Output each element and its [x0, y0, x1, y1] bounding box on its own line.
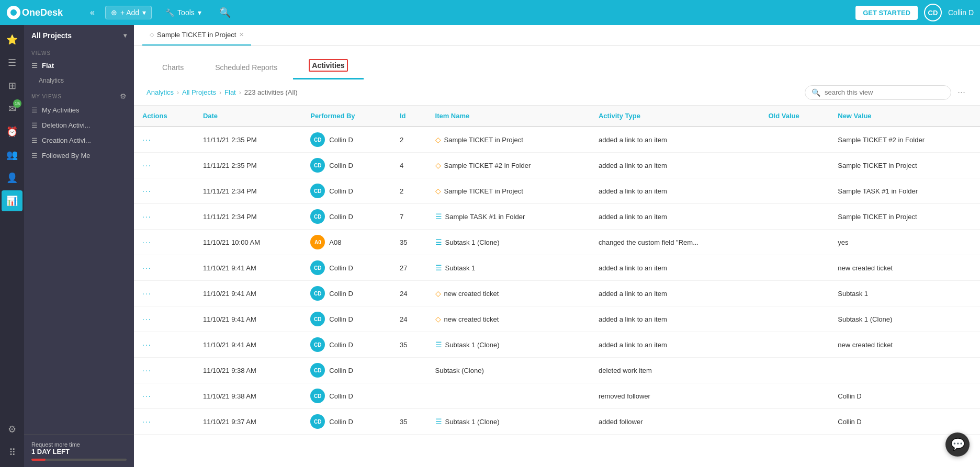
collapse-sidebar-button[interactable]: «: [88, 6, 97, 19]
tools-button[interactable]: 🔧 Tools ▾: [160, 6, 207, 19]
row-actions-dots[interactable]: ···: [142, 212, 152, 221]
trial-label: Request more time: [31, 441, 127, 448]
search-box[interactable]: 🔍: [805, 85, 951, 100]
tab-scheduled-reports[interactable]: Scheduled Reports: [199, 46, 293, 79]
list-icon: ☰: [31, 106, 38, 114]
add-button[interactable]: ⊕ + Add ▾: [105, 6, 152, 19]
row-actions[interactable]: ···: [134, 230, 195, 255]
row-id: 27: [391, 255, 427, 281]
row-date: 11/11/21 2:34 PM: [195, 204, 302, 230]
row-actions[interactable]: ···: [134, 306, 195, 332]
row-item-name: [427, 383, 590, 409]
activities-table: Actions Date Performed By Id Item Name A…: [134, 106, 980, 435]
row-performed-by: CDCollin D: [302, 306, 391, 332]
item-name-text: Sample TICKET in Project: [444, 136, 523, 144]
item-name-text: new created ticket: [444, 315, 499, 323]
row-actions[interactable]: ···: [134, 332, 195, 358]
nav-item-my-activities[interactable]: ☰ My Activities: [24, 102, 134, 118]
flat-label: Flat: [42, 62, 54, 70]
row-actions[interactable]: ···: [134, 204, 195, 230]
more-options-button[interactable]: ···: [955, 85, 967, 100]
sidebar-item-analytics[interactable]: 📊: [2, 190, 22, 211]
ticket-icon: ◇: [435, 187, 441, 195]
row-actions-dots[interactable]: ···: [142, 161, 152, 169]
row-date: 11/11/21 2:35 PM: [195, 153, 302, 178]
row-actions-dots[interactable]: ···: [142, 340, 152, 349]
row-actions-dots[interactable]: ···: [142, 187, 152, 195]
row-actions-dots[interactable]: ···: [142, 238, 152, 246]
performer-avatar: CD: [310, 209, 325, 224]
row-actions-dots[interactable]: ···: [142, 135, 152, 144]
chat-bubble[interactable]: 💬: [945, 432, 970, 457]
sidebar-item-messages[interactable]: ✉ 15: [2, 98, 22, 119]
ticket-icon: ◇: [150, 31, 154, 38]
ticket-icon: ◇: [435, 289, 441, 298]
performer-name: Collin D: [329, 290, 353, 298]
row-id: 35: [391, 230, 427, 255]
row-id: [391, 358, 427, 383]
sidebar-item-apps[interactable]: ⠿: [2, 442, 22, 463]
row-actions-dots[interactable]: ···: [142, 264, 152, 272]
row-new-value: Collin D: [829, 383, 980, 409]
row-actions[interactable]: ···: [134, 127, 195, 153]
sidebar-item-settings[interactable]: ⚙: [2, 419, 22, 440]
sidebar-item-list[interactable]: ☰: [2, 52, 22, 73]
row-actions-dots[interactable]: ···: [142, 289, 152, 298]
breadcrumb-all-projects[interactable]: All Projects: [182, 88, 216, 96]
nav-item-followed-by-me[interactable]: ☰ Followed By Me: [24, 148, 134, 163]
sidebar-item-board[interactable]: ⊞: [2, 75, 22, 96]
row-date: 11/10/21 9:41 AM: [195, 332, 302, 358]
row-activity-type: deleted work item: [590, 358, 760, 383]
search-input[interactable]: [825, 88, 944, 96]
performer-name: Collin D: [329, 264, 353, 272]
nav-item-creation-activi[interactable]: ☰ Creation Activi...: [24, 133, 134, 148]
item-name-text: Sample TICKET in Project: [444, 187, 523, 195]
row-performed-by: CDCollin D: [302, 255, 391, 281]
tab-activities[interactable]: Activities: [293, 46, 363, 79]
tab-charts[interactable]: Charts: [147, 46, 199, 79]
nav-item-flat[interactable]: ☰ Flat: [24, 58, 134, 73]
row-actions[interactable]: ···: [134, 409, 195, 435]
row-actions-dots[interactable]: ···: [142, 366, 152, 374]
sidebar-item-favorites[interactable]: ⭐: [2, 29, 22, 50]
row-actions-dots[interactable]: ···: [142, 315, 152, 323]
breadcrumb-flat[interactable]: Flat: [224, 88, 236, 96]
close-icon[interactable]: ✕: [239, 31, 244, 38]
item-name-text: Subtask 1 (Clone): [445, 341, 500, 349]
nav-item-deletion-activi[interactable]: ☰ Deletion Activi...: [24, 118, 134, 133]
tab-sample-ticket[interactable]: ◇ Sample TICKET in Project ✕: [142, 25, 251, 45]
search-icon: 🔍: [812, 88, 820, 97]
row-actions[interactable]: ···: [134, 358, 195, 383]
table-row: ···11/10/21 9:41 AMCDCollin D24◇new crea…: [134, 306, 980, 332]
sidebar-item-timers[interactable]: ⏰: [2, 121, 22, 142]
row-actions[interactable]: ···: [134, 383, 195, 409]
row-actions[interactable]: ···: [134, 255, 195, 281]
settings-icon[interactable]: ⚙: [120, 92, 127, 100]
list-icon: ☰: [31, 136, 38, 144]
nav-item-analytics[interactable]: Analytics: [24, 73, 134, 88]
all-projects-header[interactable]: All Projects ▾: [24, 25, 134, 46]
performer-name: Collin D: [329, 418, 353, 426]
row-activity-type: added a link to an item: [590, 178, 760, 204]
row-actions[interactable]: ···: [134, 178, 195, 204]
main-layout: ⭐ ☰ ⊞ ✉ 15 ⏰ 👥 👤 📊 ⚙ ⠿ All Projects ▾ VI…: [0, 25, 980, 467]
row-actions-dots[interactable]: ···: [142, 392, 152, 400]
chevron-down-icon: ▾: [123, 32, 127, 39]
row-date: 11/11/21 2:34 PM: [195, 178, 302, 204]
performer-name: Collin D: [329, 162, 353, 169]
row-actions[interactable]: ···: [134, 153, 195, 178]
row-id: 35: [391, 332, 427, 358]
get-started-button[interactable]: GET STARTED: [855, 6, 918, 20]
breadcrumb-analytics[interactable]: Analytics: [147, 88, 174, 96]
sidebar-item-customers[interactable]: 👤: [2, 167, 22, 188]
sidebar-item-users[interactable]: 👥: [2, 144, 22, 165]
item-name-text: Subtask (Clone): [435, 367, 484, 374]
row-new-value: new created ticket: [829, 255, 980, 281]
row-actions[interactable]: ···: [134, 281, 195, 306]
scheduled-reports-tab-label: Scheduled Reports: [215, 63, 277, 72]
icon-sidebar: ⭐ ☰ ⊞ ✉ 15 ⏰ 👥 👤 📊 ⚙ ⠿: [0, 25, 24, 467]
row-performed-by: CDCollin D: [302, 358, 391, 383]
all-projects-label: All Projects: [31, 31, 72, 40]
row-actions-dots[interactable]: ···: [142, 417, 152, 426]
search-icon[interactable]: 🔍: [219, 7, 231, 18]
